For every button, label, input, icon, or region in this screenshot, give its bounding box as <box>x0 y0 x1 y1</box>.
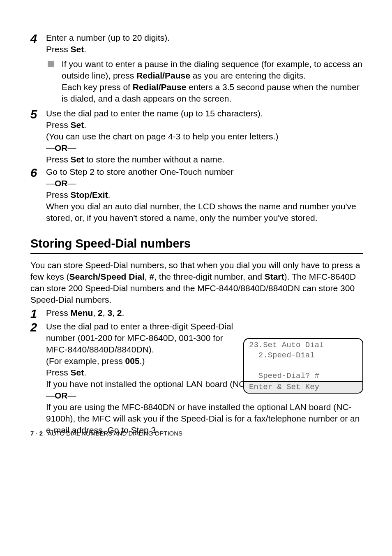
svg-rect-0 <box>48 61 54 67</box>
text: (You can use the chart on <box>46 132 146 141</box>
text: as you are entering the digits. <box>190 71 306 80</box>
sub-bullet: If you want to enter a pause in the dial… <box>46 58 363 104</box>
step-6: 6 Go to Step 2 to store another One-Touc… <box>30 166 363 224</box>
step-number: 4 <box>30 32 46 45</box>
key-name: Redial/Pause <box>136 71 190 80</box>
text: . <box>84 368 86 377</box>
text: — <box>68 391 76 400</box>
lcd-line: Speed-Dial? # <box>249 371 357 381</box>
text: Press <box>46 155 71 164</box>
text: to store the number without a name. <box>84 155 224 164</box>
page-footer: 7 - 2 AUTO DIAL NUMBERS AND DIALING OPTI… <box>30 430 182 437</box>
key-name: # <box>149 272 154 281</box>
section-rule <box>30 253 363 254</box>
text: Press <box>46 368 71 377</box>
lcd-display: 23.Set Auto Dial 2.Speed-Dial Speed-Dial… <box>243 338 363 394</box>
step-number: 1 <box>30 307 46 320</box>
key-name: 3 <box>107 308 112 317</box>
text: . <box>84 120 86 130</box>
text: , <box>103 308 108 317</box>
or-text: OR <box>55 178 68 188</box>
text: , the three-digit number, and <box>154 272 265 281</box>
text: . <box>108 190 111 199</box>
step-body: Press Menu, 2, 3, 2. <box>46 307 235 319</box>
text: to help you enter letters.) <box>180 132 278 141</box>
text: — <box>46 391 55 400</box>
text: .) <box>140 356 145 366</box>
step-5: 5 Use the dial pad to enter the name (up… <box>30 108 363 165</box>
text: Use the dial pad to enter the name (up t… <box>46 109 263 118</box>
or-text: OR <box>55 143 68 153</box>
key-name: Set <box>71 120 84 130</box>
lcd-line <box>249 361 357 371</box>
text: Press <box>46 120 71 130</box>
text: Enter a number (up to 20 digits). <box>46 33 170 42</box>
or-text: OR <box>55 391 68 400</box>
lcd-line: 23.Set Auto Dial <box>249 340 357 350</box>
section-intro: You can store Speed-Dial numbers, so tha… <box>30 259 363 306</box>
text: Go to Step 2 to store another One-Touch … <box>46 167 233 176</box>
step-4: 4 Enter a number (up to 20 digits). Pres… <box>30 32 363 107</box>
key-name: Redial/Pause <box>133 82 187 92</box>
step-number: 5 <box>30 108 46 120</box>
text: , <box>93 308 98 317</box>
text: , <box>112 308 117 317</box>
bullet-icon <box>46 58 62 70</box>
page-reference[interactable]: page 4-3 <box>146 132 180 141</box>
lcd-line: 2.Speed-Dial <box>249 350 357 361</box>
text: — <box>68 143 76 153</box>
step-number: 6 <box>30 166 46 179</box>
text: Use the dial pad to enter a three-digit … <box>46 322 233 354</box>
key-name: Stop/Exit <box>71 190 108 199</box>
text: Each key press of <box>62 82 133 92</box>
text: Press <box>46 190 71 199</box>
text: , <box>145 272 150 281</box>
text: . <box>122 308 124 317</box>
text: . <box>84 44 86 54</box>
key-name: Set <box>71 368 84 377</box>
lcd-line: Enter & Set Key <box>249 382 357 392</box>
step-body: Use the dial pad to enter the name (up t… <box>46 108 363 165</box>
section-heading: Storing Speed-Dial numbers <box>30 237 363 250</box>
step-number: 2 <box>30 321 46 334</box>
text: When you dial an auto dial number, the L… <box>46 202 356 222</box>
key-name: 2 <box>117 308 122 317</box>
text: — <box>68 178 76 188</box>
key-name: Set <box>71 155 84 164</box>
text: Press <box>46 308 71 317</box>
step-body: Enter a number (up to 20 digits). Press … <box>46 32 363 107</box>
key-name: 2 <box>98 308 103 317</box>
key-name: Set <box>71 44 84 54</box>
text: (For example, press <box>46 356 125 366</box>
key-name: Start <box>265 272 284 281</box>
page-number: 7 - 2 <box>30 430 43 437</box>
footer-title: AUTO DIAL NUMBERS AND DIALING OPTIONS <box>48 430 182 437</box>
key-name: Search/Speed Dial <box>69 272 145 281</box>
bullet-body: If you want to enter a pause in the dial… <box>62 58 363 104</box>
step-body: Go to Step 2 to store another One-Touch … <box>46 166 363 224</box>
key-name: 005 <box>125 356 140 366</box>
text: — <box>46 143 55 153</box>
text: — <box>46 178 55 188</box>
text: Press <box>46 44 71 54</box>
speed-dial-step-1: 1 Press Menu, 2, 3, 2. <box>30 307 363 320</box>
key-name: Menu <box>71 308 93 317</box>
